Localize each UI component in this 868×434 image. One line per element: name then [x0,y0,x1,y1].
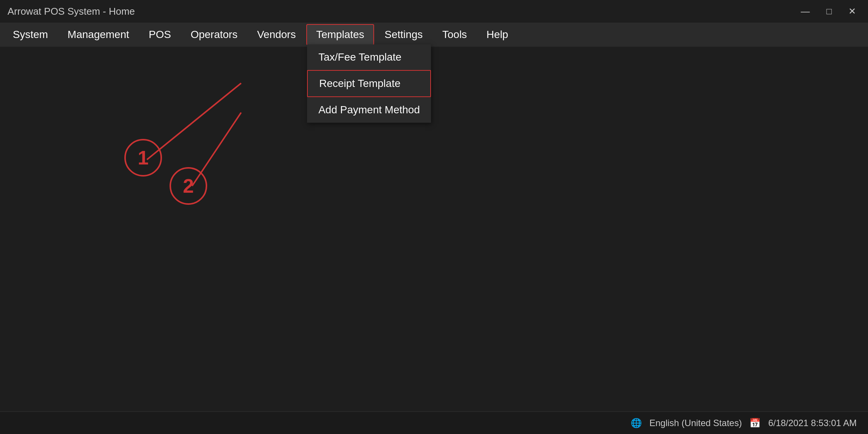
menu-item-operators[interactable]: Operators [182,25,247,44]
svg-line-0 [147,83,241,160]
title-bar: Arrowat POS System - Home — □ ✕ [0,0,868,23]
maximize-button[interactable]: □ [822,5,837,18]
taskbar-language: English (United States) [649,418,742,428]
main-content: 1 2 [0,47,868,411]
menu-item-pos[interactable]: POS [140,25,180,44]
annotation-overlay [0,47,868,411]
taskbar-datetime: 6/18/2021 8:53:01 AM [768,418,857,428]
annotation-circle-2: 2 [170,167,207,205]
minimize-button[interactable]: — [796,5,815,18]
window-title: Arrowat POS System - Home [8,6,135,17]
menu-item-tools[interactable]: Tools [433,25,476,44]
menu-item-vendors[interactable]: Vendors [248,25,305,44]
language-icon: 🌐 [631,418,642,428]
taskbar: 🌐 English (United States) 📅 6/18/2021 8:… [0,411,868,434]
dropdown-item-tax-fee-template[interactable]: Tax/Fee Template [307,44,431,70]
menu-item-management[interactable]: Management [58,25,138,44]
calendar-icon: 📅 [749,418,761,428]
menu-bar: System Management POS Operators Vendors … [0,23,868,47]
close-button[interactable]: ✕ [844,5,860,18]
dropdown-item-receipt-template[interactable]: Receipt Template [307,70,431,97]
menu-item-templates[interactable]: Templates Tax/Fee Template Receipt Templ… [306,24,374,45]
templates-dropdown: Tax/Fee Template Receipt Template Add Pa… [307,44,431,123]
menu-item-help[interactable]: Help [477,25,517,44]
annotation-circle-1: 1 [124,139,162,177]
taskbar-info: 🌐 English (United States) 📅 6/18/2021 8:… [631,418,857,428]
window-controls: — □ ✕ [796,5,861,18]
menu-item-settings[interactable]: Settings [376,25,432,44]
menu-item-system[interactable]: System [4,25,57,44]
dropdown-item-add-payment-method[interactable]: Add Payment Method [307,97,431,123]
